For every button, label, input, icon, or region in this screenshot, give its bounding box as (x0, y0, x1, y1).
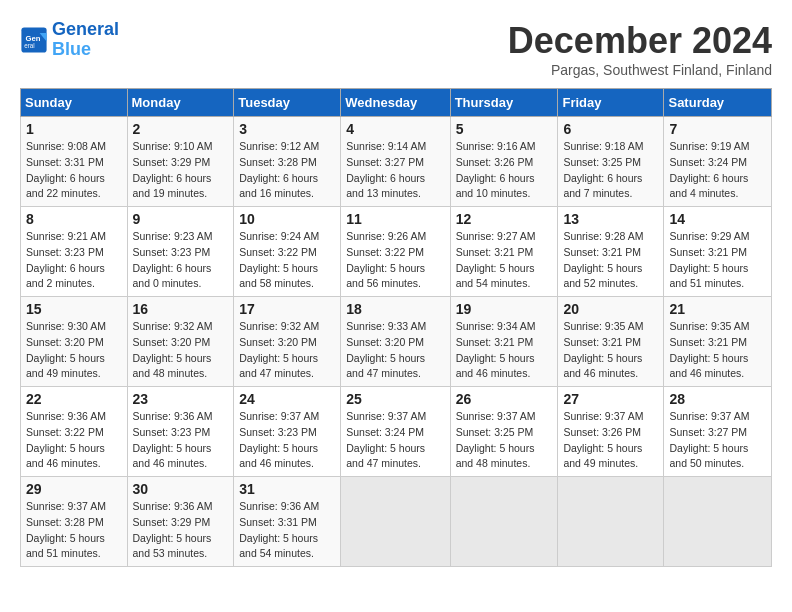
calendar-day-cell: 18Sunrise: 9:33 AMSunset: 3:20 PMDayligh… (341, 297, 450, 387)
day-info: Sunrise: 9:33 AMSunset: 3:20 PMDaylight:… (346, 319, 444, 382)
day-info: Sunrise: 9:18 AMSunset: 3:25 PMDaylight:… (563, 139, 658, 202)
day-info: Sunrise: 9:37 AMSunset: 3:28 PMDaylight:… (26, 499, 122, 562)
calendar-day-cell (450, 477, 558, 567)
day-number: 6 (563, 121, 658, 137)
day-number: 19 (456, 301, 553, 317)
calendar-day-cell (558, 477, 664, 567)
header-monday: Monday (127, 89, 234, 117)
logo: Gen eral General Blue (20, 20, 119, 60)
calendar-header-row: Sunday Monday Tuesday Wednesday Thursday… (21, 89, 772, 117)
header-tuesday: Tuesday (234, 89, 341, 117)
day-info: Sunrise: 9:36 AMSunset: 3:22 PMDaylight:… (26, 409, 122, 472)
day-number: 1 (26, 121, 122, 137)
day-info: Sunrise: 9:12 AMSunset: 3:28 PMDaylight:… (239, 139, 335, 202)
day-info: Sunrise: 9:37 AMSunset: 3:25 PMDaylight:… (456, 409, 553, 472)
calendar-day-cell: 31Sunrise: 9:36 AMSunset: 3:31 PMDayligh… (234, 477, 341, 567)
day-number: 8 (26, 211, 122, 227)
calendar-day-cell: 4Sunrise: 9:14 AMSunset: 3:27 PMDaylight… (341, 117, 450, 207)
calendar-day-cell: 30Sunrise: 9:36 AMSunset: 3:29 PMDayligh… (127, 477, 234, 567)
calendar-day-cell: 20Sunrise: 9:35 AMSunset: 3:21 PMDayligh… (558, 297, 664, 387)
day-info: Sunrise: 9:34 AMSunset: 3:21 PMDaylight:… (456, 319, 553, 382)
day-number: 2 (133, 121, 229, 137)
day-info: Sunrise: 9:35 AMSunset: 3:21 PMDaylight:… (563, 319, 658, 382)
calendar-day-cell (341, 477, 450, 567)
day-number: 12 (456, 211, 553, 227)
header-wednesday: Wednesday (341, 89, 450, 117)
calendar-week-row: 29Sunrise: 9:37 AMSunset: 3:28 PMDayligh… (21, 477, 772, 567)
page-header: Gen eral General Blue December 2024 Parg… (20, 20, 772, 78)
svg-text:eral: eral (24, 42, 35, 49)
day-number: 9 (133, 211, 229, 227)
calendar-week-row: 15Sunrise: 9:30 AMSunset: 3:20 PMDayligh… (21, 297, 772, 387)
calendar-day-cell: 16Sunrise: 9:32 AMSunset: 3:20 PMDayligh… (127, 297, 234, 387)
logo-text: General Blue (52, 20, 119, 60)
calendar-day-cell: 25Sunrise: 9:37 AMSunset: 3:24 PMDayligh… (341, 387, 450, 477)
day-number: 15 (26, 301, 122, 317)
calendar-day-cell: 3Sunrise: 9:12 AMSunset: 3:28 PMDaylight… (234, 117, 341, 207)
calendar-day-cell: 24Sunrise: 9:37 AMSunset: 3:23 PMDayligh… (234, 387, 341, 477)
day-number: 25 (346, 391, 444, 407)
day-info: Sunrise: 9:32 AMSunset: 3:20 PMDaylight:… (133, 319, 229, 382)
day-info: Sunrise: 9:37 AMSunset: 3:23 PMDaylight:… (239, 409, 335, 472)
calendar-day-cell: 28Sunrise: 9:37 AMSunset: 3:27 PMDayligh… (664, 387, 772, 477)
day-info: Sunrise: 9:14 AMSunset: 3:27 PMDaylight:… (346, 139, 444, 202)
day-info: Sunrise: 9:36 AMSunset: 3:29 PMDaylight:… (133, 499, 229, 562)
day-number: 29 (26, 481, 122, 497)
day-info: Sunrise: 9:37 AMSunset: 3:26 PMDaylight:… (563, 409, 658, 472)
main-title: December 2024 (508, 20, 772, 62)
calendar-day-cell: 27Sunrise: 9:37 AMSunset: 3:26 PMDayligh… (558, 387, 664, 477)
calendar-day-cell: 14Sunrise: 9:29 AMSunset: 3:21 PMDayligh… (664, 207, 772, 297)
day-info: Sunrise: 9:28 AMSunset: 3:21 PMDaylight:… (563, 229, 658, 292)
day-number: 27 (563, 391, 658, 407)
day-info: Sunrise: 9:30 AMSunset: 3:20 PMDaylight:… (26, 319, 122, 382)
day-number: 16 (133, 301, 229, 317)
calendar-day-cell: 11Sunrise: 9:26 AMSunset: 3:22 PMDayligh… (341, 207, 450, 297)
calendar-day-cell: 1Sunrise: 9:08 AMSunset: 3:31 PMDaylight… (21, 117, 128, 207)
day-number: 20 (563, 301, 658, 317)
calendar-day-cell: 5Sunrise: 9:16 AMSunset: 3:26 PMDaylight… (450, 117, 558, 207)
day-info: Sunrise: 9:36 AMSunset: 3:31 PMDaylight:… (239, 499, 335, 562)
day-number: 11 (346, 211, 444, 227)
calendar-day-cell: 10Sunrise: 9:24 AMSunset: 3:22 PMDayligh… (234, 207, 341, 297)
day-number: 5 (456, 121, 553, 137)
day-number: 26 (456, 391, 553, 407)
day-number: 31 (239, 481, 335, 497)
calendar-day-cell: 23Sunrise: 9:36 AMSunset: 3:23 PMDayligh… (127, 387, 234, 477)
day-number: 24 (239, 391, 335, 407)
subtitle: Pargas, Southwest Finland, Finland (508, 62, 772, 78)
calendar-day-cell: 2Sunrise: 9:10 AMSunset: 3:29 PMDaylight… (127, 117, 234, 207)
calendar-day-cell: 7Sunrise: 9:19 AMSunset: 3:24 PMDaylight… (664, 117, 772, 207)
calendar-day-cell: 9Sunrise: 9:23 AMSunset: 3:23 PMDaylight… (127, 207, 234, 297)
calendar-day-cell: 26Sunrise: 9:37 AMSunset: 3:25 PMDayligh… (450, 387, 558, 477)
day-info: Sunrise: 9:37 AMSunset: 3:27 PMDaylight:… (669, 409, 766, 472)
day-info: Sunrise: 9:35 AMSunset: 3:21 PMDaylight:… (669, 319, 766, 382)
day-info: Sunrise: 9:26 AMSunset: 3:22 PMDaylight:… (346, 229, 444, 292)
calendar-day-cell: 6Sunrise: 9:18 AMSunset: 3:25 PMDaylight… (558, 117, 664, 207)
calendar-day-cell: 21Sunrise: 9:35 AMSunset: 3:21 PMDayligh… (664, 297, 772, 387)
day-number: 18 (346, 301, 444, 317)
calendar-body: 1Sunrise: 9:08 AMSunset: 3:31 PMDaylight… (21, 117, 772, 567)
day-info: Sunrise: 9:37 AMSunset: 3:24 PMDaylight:… (346, 409, 444, 472)
day-number: 3 (239, 121, 335, 137)
header-friday: Friday (558, 89, 664, 117)
day-info: Sunrise: 9:16 AMSunset: 3:26 PMDaylight:… (456, 139, 553, 202)
day-info: Sunrise: 9:21 AMSunset: 3:23 PMDaylight:… (26, 229, 122, 292)
calendar-week-row: 8Sunrise: 9:21 AMSunset: 3:23 PMDaylight… (21, 207, 772, 297)
calendar-day-cell: 15Sunrise: 9:30 AMSunset: 3:20 PMDayligh… (21, 297, 128, 387)
day-number: 10 (239, 211, 335, 227)
day-number: 30 (133, 481, 229, 497)
day-number: 17 (239, 301, 335, 317)
calendar-day-cell: 12Sunrise: 9:27 AMSunset: 3:21 PMDayligh… (450, 207, 558, 297)
day-number: 14 (669, 211, 766, 227)
day-info: Sunrise: 9:10 AMSunset: 3:29 PMDaylight:… (133, 139, 229, 202)
day-number: 4 (346, 121, 444, 137)
day-info: Sunrise: 9:36 AMSunset: 3:23 PMDaylight:… (133, 409, 229, 472)
calendar-week-row: 22Sunrise: 9:36 AMSunset: 3:22 PMDayligh… (21, 387, 772, 477)
logo-icon: Gen eral (20, 26, 48, 54)
calendar-day-cell: 29Sunrise: 9:37 AMSunset: 3:28 PMDayligh… (21, 477, 128, 567)
day-number: 23 (133, 391, 229, 407)
day-number: 28 (669, 391, 766, 407)
day-number: 22 (26, 391, 122, 407)
calendar-day-cell: 19Sunrise: 9:34 AMSunset: 3:21 PMDayligh… (450, 297, 558, 387)
header-saturday: Saturday (664, 89, 772, 117)
